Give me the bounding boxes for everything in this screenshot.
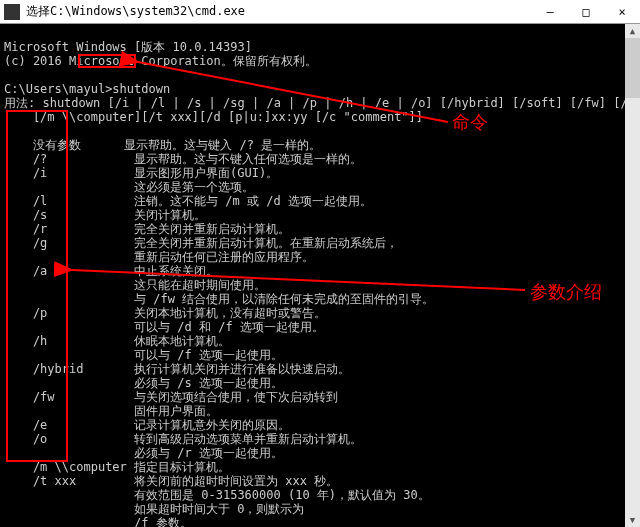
line: 与 /fw 结合使用，以清除任何未完成的至固件的引导。 [4,292,434,306]
line: /f 参数。 [4,516,192,527]
line: /l 注销。这不能与 /m 或 /d 选项一起使用。 [4,194,372,208]
line: 没有参数 显示帮助。这与键入 /? 是一样的。 [4,138,321,152]
line: /? 显示帮助。这与不键入任何选项是一样的。 [4,152,362,166]
window-title: 选择C:\Windows\system32\cmd.exe [26,3,532,20]
line: /e 记录计算机意外关闭的原因。 [4,418,290,432]
line: 用法: shutdown [/i | /l | /s | /sg | /a | … [4,96,640,110]
line: /h 休眠本地计算机。 [4,334,230,348]
line: /hybrid 执行计算机关闭并进行准备以快速启动。 [4,362,350,376]
line: /o 转到高级启动选项菜单并重新启动计算机。 [4,432,362,446]
line: 可以与 /f 选项一起使用。 [4,348,283,362]
cmd-icon [4,4,20,20]
line: 固件用户界面。 [4,404,218,418]
close-button[interactable]: × [604,0,640,24]
scroll-thumb[interactable] [625,38,640,98]
line: 这必须是第一个选项。 [4,180,254,194]
line: [/m \\computer][/t xxx][/d [p|u:]xx:yy [… [4,110,423,124]
window-titlebar: 选择C:\Windows\system32\cmd.exe — □ × [0,0,640,24]
maximize-button[interactable]: □ [568,0,604,24]
line: Microsoft Windows [版本 10.0.14393] [4,40,252,54]
line: /p 关闭本地计算机，没有超时或警告。 [4,306,326,320]
line: /m \\computer 指定目标计算机。 [4,460,230,474]
scroll-down-arrow[interactable]: ▼ [625,513,640,527]
line: /s 关闭计算机。 [4,208,206,222]
line: /a 中止系统关闭。 [4,264,218,278]
line: 如果超时时间大于 0，则默示为 [4,502,305,516]
line: 必须与 /r 选项一起使用。 [4,446,283,460]
line: 必须与 /s 选项一起使用。 [4,376,283,390]
line: 有效范围是 0-315360000 (10 年)，默认值为 30。 [4,488,430,502]
line: (c) 2016 Microsoft Corporation。保留所有权利。 [4,54,317,68]
minimize-button[interactable]: — [532,0,568,24]
line: 这只能在超时期间使用。 [4,278,266,292]
line: /t xxx 将关闭前的超时时间设置为 xxx 秒。 [4,474,338,488]
scrollbar[interactable]: ▲ ▼ [625,24,640,527]
line: 可以与 /d 和 /f 选项一起使用。 [4,320,324,334]
line: /i 显示图形用户界面(GUI)。 [4,166,278,180]
line: C:\Users\mayul>shutdown [4,82,170,96]
scroll-up-arrow[interactable]: ▲ [625,24,640,38]
line: /fw 与关闭选项结合使用，使下次启动转到 [4,390,338,404]
line: /r 完全关闭并重新启动计算机。 [4,222,290,236]
line: /g 完全关闭并重新启动计算机。在重新启动系统后， [4,236,398,250]
terminal-output[interactable]: Microsoft Windows [版本 10.0.14393] (c) 20… [0,24,640,527]
line: 重新启动任何已注册的应用程序。 [4,250,314,264]
